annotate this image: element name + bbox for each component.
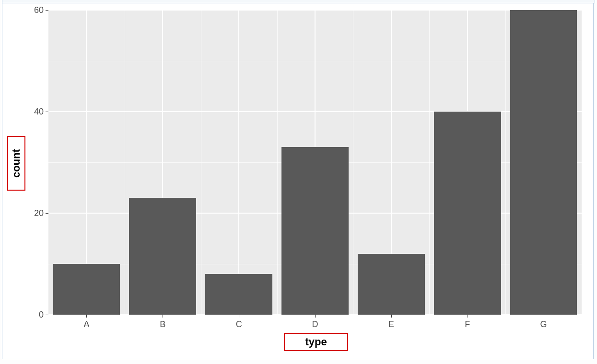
y-tick bbox=[46, 315, 48, 315]
bar-F bbox=[434, 112, 501, 315]
x-tick bbox=[239, 315, 239, 318]
gridline-v-minor bbox=[277, 10, 278, 315]
x-tick bbox=[86, 315, 87, 318]
x-tick bbox=[391, 315, 392, 318]
y-tick-label-40: 40 bbox=[24, 107, 44, 117]
x-tick-label-E: E bbox=[388, 319, 394, 330]
x-tick-label-A: A bbox=[83, 319, 89, 330]
y-tick bbox=[46, 112, 48, 112]
gridline-v-minor bbox=[125, 10, 125, 315]
bar-C bbox=[205, 274, 272, 315]
plot-panel bbox=[48, 10, 582, 315]
y-tick bbox=[46, 10, 48, 11]
y-axis-title-highlight: count bbox=[7, 136, 25, 191]
gridline-v bbox=[238, 10, 239, 315]
bar-A bbox=[53, 264, 120, 315]
x-tick bbox=[544, 315, 544, 318]
y-tick-label-60: 60 bbox=[24, 5, 44, 15]
plot-device: 0 20 40 60 A B C D E F G count type bbox=[2, 3, 594, 359]
gridline-v-minor bbox=[353, 10, 353, 315]
x-tick-label-D: D bbox=[312, 319, 318, 330]
x-tick bbox=[468, 315, 468, 318]
x-tick-label-C: C bbox=[236, 319, 242, 330]
bar-D bbox=[281, 147, 349, 315]
y-tick-label-20: 20 bbox=[24, 208, 44, 218]
gridline-v-minor bbox=[505, 10, 506, 315]
x-tick-label-F: F bbox=[465, 319, 470, 330]
bar-B bbox=[129, 198, 196, 315]
bar-E bbox=[358, 254, 425, 315]
gridline-v-minor bbox=[429, 10, 430, 315]
y-axis-title: count bbox=[10, 149, 23, 178]
y-tick-label-0: 0 bbox=[24, 310, 44, 320]
x-tick bbox=[163, 315, 163, 318]
gridline-v-minor bbox=[201, 10, 201, 315]
y-tick bbox=[46, 213, 48, 214]
x-tick-label-G: G bbox=[540, 319, 547, 330]
x-tick bbox=[315, 315, 316, 318]
x-tick-label-B: B bbox=[160, 319, 165, 330]
bar-G bbox=[510, 10, 577, 315]
x-axis-title: type bbox=[305, 336, 327, 348]
x-axis-title-highlight: type bbox=[284, 333, 348, 351]
